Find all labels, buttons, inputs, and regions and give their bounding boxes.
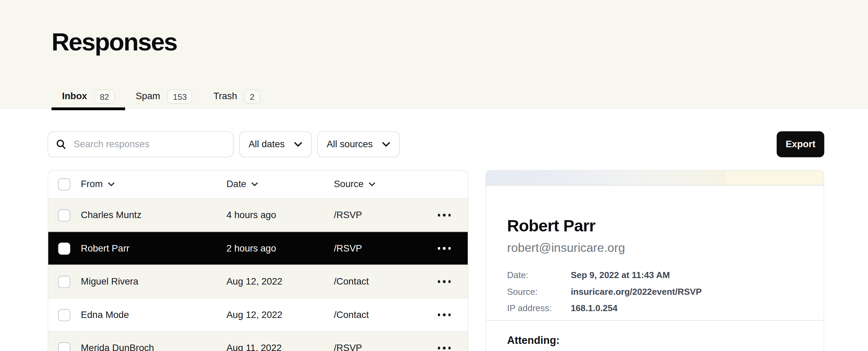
table-row[interactable]: Edna Mode Aug 12, 2022 /Contact bbox=[48, 298, 468, 331]
select-all-checkbox[interactable] bbox=[58, 178, 71, 190]
detail-field-date: Date: Sep 9, 2022 at 11:43 AM bbox=[507, 270, 803, 280]
row-source: /RSVP bbox=[334, 210, 436, 221]
source-filter-select[interactable]: All sources bbox=[317, 131, 400, 157]
toolbar: All dates All sources Export bbox=[48, 131, 824, 157]
row-date: 4 hours ago bbox=[227, 210, 334, 221]
export-button[interactable]: Export bbox=[777, 131, 824, 157]
row-actions-button[interactable] bbox=[436, 247, 451, 249]
responses-table: From Date Source bbox=[48, 170, 468, 351]
tab-inbox-count-badge: 82 bbox=[94, 89, 115, 103]
row-actions-button[interactable] bbox=[436, 280, 451, 283]
detail-field-ip-address: IP address: 168.1.0.254 bbox=[507, 304, 803, 313]
tab-inbox-label: Inbox bbox=[62, 91, 87, 102]
response-detail-panel: Robert Parr robert@insuricare.org Date: … bbox=[485, 170, 824, 351]
tab-spam-count-badge: 153 bbox=[167, 89, 192, 103]
respondent-name: Robert Parr bbox=[507, 216, 803, 235]
tab-inbox[interactable]: Inbox 82 bbox=[51, 83, 125, 109]
column-header-from[interactable]: From bbox=[81, 179, 226, 190]
respondent-email: robert@insuricare.org bbox=[507, 241, 803, 255]
row-from: Charles Muntz bbox=[81, 210, 226, 221]
row-checkbox[interactable] bbox=[58, 342, 71, 351]
date-filter-value: All dates bbox=[249, 139, 285, 150]
row-from: Robert Parr bbox=[81, 243, 226, 254]
tab-spam-label: Spam bbox=[136, 91, 160, 102]
row-checkbox[interactable] bbox=[58, 275, 71, 288]
chevron-down-icon bbox=[382, 141, 390, 147]
row-checkbox[interactable] bbox=[58, 309, 71, 321]
tab-trash-count-badge: 2 bbox=[244, 89, 260, 103]
row-source: /RSVP bbox=[334, 243, 436, 254]
column-header-date[interactable]: Date bbox=[227, 179, 334, 190]
table-row[interactable]: Charles Muntz 4 hours ago /RSVP bbox=[48, 198, 468, 232]
responses-page: Responses Inbox 82 Spam 153 Trash 2 bbox=[0, 0, 868, 351]
table-row[interactable]: Miguel Rivera Aug 12, 2022 /Contact bbox=[48, 265, 468, 298]
detail-divider bbox=[486, 320, 824, 321]
chevron-down-icon bbox=[369, 182, 375, 187]
chevron-down-icon bbox=[108, 182, 114, 187]
detail-body: Robert Parr robert@insuricare.org Date: … bbox=[486, 216, 824, 347]
search-box bbox=[48, 131, 234, 157]
page-title: Responses bbox=[0, 0, 868, 57]
row-date: Aug 11, 2022 bbox=[227, 342, 334, 351]
row-source: /RSVP bbox=[334, 342, 436, 351]
chevron-down-icon bbox=[294, 141, 302, 147]
row-source: /Contact bbox=[334, 309, 436, 321]
row-from: Miguel Rivera bbox=[81, 276, 226, 287]
row-date: 2 hours ago bbox=[227, 243, 334, 254]
table-row[interactable]: Merida DunBroch Aug 11, 2022 /RSVP bbox=[48, 331, 468, 351]
detail-field-source: Source: insuricare.org/2022event/RSVP bbox=[507, 287, 803, 296]
column-header-source[interactable]: Source bbox=[334, 179, 436, 190]
row-checkbox[interactable] bbox=[58, 209, 71, 221]
table-header-row: From Date Source bbox=[48, 171, 468, 198]
detail-fields: Date: Sep 9, 2022 at 11:43 AM Source: in… bbox=[507, 270, 803, 313]
row-source: /Contact bbox=[334, 276, 436, 287]
search-input[interactable] bbox=[73, 138, 226, 150]
tab-spam[interactable]: Spam 153 bbox=[125, 83, 203, 109]
search-icon bbox=[56, 139, 66, 150]
source-filter-value: All sources bbox=[327, 139, 373, 150]
row-actions-button[interactable] bbox=[436, 347, 451, 349]
attending-section-heading: Attending: bbox=[507, 335, 803, 347]
detail-header-gradient bbox=[486, 171, 824, 186]
date-filter-select[interactable]: All dates bbox=[239, 131, 312, 157]
row-date: Aug 12, 2022 bbox=[227, 276, 334, 287]
row-actions-button[interactable] bbox=[436, 214, 451, 216]
row-date: Aug 12, 2022 bbox=[227, 309, 334, 321]
chevron-down-icon bbox=[251, 182, 258, 187]
content-area: From Date Source bbox=[48, 170, 824, 351]
tab-trash-label: Trash bbox=[213, 91, 237, 102]
row-actions-button[interactable] bbox=[436, 314, 451, 316]
tabs: Inbox 82 Spam 153 Trash 2 bbox=[51, 83, 270, 109]
row-checkbox[interactable] bbox=[58, 242, 71, 255]
table-row-selected[interactable]: Robert Parr 2 hours ago /RSVP bbox=[48, 231, 468, 265]
tab-trash[interactable]: Trash 2 bbox=[203, 83, 271, 109]
row-from: Merida DunBroch bbox=[81, 342, 226, 351]
row-from: Edna Mode bbox=[81, 309, 226, 321]
page-header: Responses Inbox 82 Spam 153 Trash 2 bbox=[0, 0, 868, 109]
